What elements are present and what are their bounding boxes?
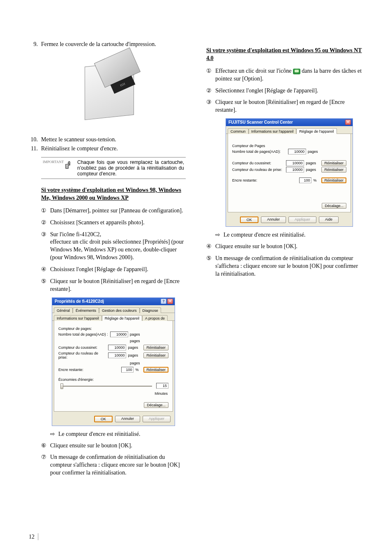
text-pre: Effectuez un clic droit sur l'icône (215, 68, 293, 74)
ok-button[interactable]: OK (240, 216, 258, 223)
circled-marker: ④ (41, 266, 50, 274)
cancel-button[interactable]: Annuler (261, 216, 286, 223)
properties-dialog: Propriétés de fi-4120C2dj ? × Général Év… (52, 297, 175, 426)
circled-step-2: ② Sélectionnez l'onglet [Réglage de l'ap… (206, 87, 363, 95)
win98-steps: ① Dans [Démarrer], pointez sur [Panneau … (29, 207, 186, 293)
reset-pickroller-button[interactable]: Réinitialiser (143, 352, 168, 358)
offset-button[interactable]: Décalage... (144, 402, 168, 408)
circled-marker: ④ (206, 243, 215, 251)
total-pages-value: 10000 (288, 149, 306, 154)
tab-device-settings[interactable]: Réglage de l'appareil (296, 128, 337, 134)
circled-text: Choisissez [Scanners et appareils photo]… (50, 219, 186, 227)
close-window-button[interactable]: × (167, 299, 173, 304)
tab-row-1: Général Événements Gestion des couleurs … (52, 305, 175, 313)
reset-pad-button[interactable]: Réinitialiser (321, 160, 346, 166)
circled-step-1: ① Effectuez un clic droit sur l'icône da… (206, 67, 363, 83)
dialog-bottom-buttons: OK Annuler Appliquer Aide (226, 214, 353, 226)
step-text: Mettez le scanneur sous-tension. (41, 136, 186, 143)
circled-step-7: ⑦ Un message de confirmation de réinitia… (41, 454, 186, 477)
pickroller-value: 10000 (286, 167, 304, 173)
unit-label: pages (306, 168, 320, 172)
reset-pickroller-button[interactable]: Réinitialiser (321, 167, 346, 173)
ordered-steps-continued: 10. Mettez le scanneur sous-tension. 11.… (29, 136, 186, 152)
circled-step-5: ⑤ Un message de confirmation de réinitia… (206, 255, 363, 278)
win98-steps-continued: ⑥ Cliquez ensuite sur le bouton [OK]. ⑦ … (29, 442, 186, 477)
row-label: Compteur du rouleau de prise: (232, 168, 284, 172)
circled-text: Cliquez sur le bouton [Réinitialiser] en… (215, 99, 363, 114)
scanner-illustration: IIII (29, 52, 186, 130)
energy-value: 15 (156, 383, 168, 389)
row-label: Compteur du coussinet: (58, 345, 106, 350)
energy-group-label: Économies d'énergie: (58, 378, 168, 382)
pad-counter-row: Compteur du coussinet: 10000 pages Réini… (58, 345, 168, 350)
tab-common[interactable]: Commun (228, 128, 249, 134)
control-center-dialog-screenshot: FUJITSU Scanner Control Center × Commun … (215, 118, 363, 227)
unit-label: pages (128, 353, 142, 357)
titlebar: Propriétés de fi-4120C2dj ? × (52, 298, 175, 305)
ink-value: 100 (121, 367, 134, 373)
step-number: 10. (29, 136, 41, 143)
help-window-button[interactable]: ? (161, 299, 166, 304)
unit-label: % (135, 368, 142, 372)
tab-device-info[interactable]: Informations sur l'appareil (249, 128, 297, 134)
circled-marker: ⑤ (206, 255, 215, 278)
circled-text: Effectuez un clic droit sur l'icône dans… (215, 67, 363, 83)
row-label: Compteur du coussinet: (232, 161, 284, 165)
row-label: Compteur du rouleau de prise: (58, 351, 106, 359)
page-number-separator: │ (36, 534, 40, 540)
circled-step-1: ① Dans [Démarrer], pointez sur [Panneau … (41, 207, 186, 215)
unit-label: pages (128, 345, 142, 350)
result-arrow-icon: ⇨ (215, 232, 224, 239)
circled-text: Cliquez ensuite sur le bouton [OK]. (50, 442, 186, 450)
circled-step-6: ⑥ Cliquez ensuite sur le bouton [OK]. (41, 442, 186, 450)
apply-button: Appliquer (288, 216, 316, 223)
tab-about[interactable]: A propos de (142, 315, 168, 321)
circled-marker: ① (206, 67, 215, 83)
circled-step-3: ③ Sur l'icône fi-4120C2, effectuez un cl… (41, 231, 186, 262)
tab-device-settings[interactable]: Réglage de l'appareil (102, 315, 142, 321)
pages-counter-group-label: Compteur de pages: (58, 327, 168, 331)
slider-unit: Minutes (58, 391, 168, 396)
cancel-button[interactable]: Annuler (115, 416, 140, 422)
offset-button[interactable]: Décalage... (322, 203, 346, 209)
step-text: Fermez le couvercle de la cartouche d'im… (41, 41, 186, 48)
unit-label: pages (306, 161, 320, 165)
properties-dialog-screenshot: Propriétés de fi-4120C2dj ? × Général Év… (41, 297, 186, 426)
tab-panel: Compteur de Pages Nombre total de pages(… (228, 134, 351, 212)
tab-diagnose[interactable]: Diagnose (140, 307, 161, 313)
unit-label: pages (130, 339, 144, 343)
pad-value: 10000 (108, 345, 126, 350)
dialog-bottom-buttons: OK Annuler Appliquer (52, 413, 175, 426)
row-label: Encre restante: (232, 178, 297, 182)
circled-text: Dans [Démarrer], pointez sur [Panneau de… (50, 207, 186, 215)
row-label: Nombre total de pages(AAD) : (58, 332, 108, 336)
tab-color-mgmt[interactable]: Gestion des couleurs (99, 307, 140, 313)
reset-ink-button[interactable]: Réinitialiser (143, 367, 168, 373)
circled-text: Un message de confirmation de réinitiali… (215, 255, 363, 278)
circled-marker: ② (41, 219, 50, 227)
ink-remaining-row: Encre restante: 100 % Réinitialiser (58, 367, 168, 373)
tab-device-info[interactable]: Informations sur l'appareil (54, 315, 102, 321)
circled-marker: ③ (206, 99, 215, 114)
circled-step-4: ④ Cliquez ensuite sur le bouton [OK]. (206, 243, 363, 251)
win95-steps-continued: ④ Cliquez ensuite sur le bouton [OK]. ⑤ … (206, 243, 363, 278)
page-number-value: 12 (29, 534, 35, 540)
unit-label: pages (130, 361, 144, 365)
tray-scanner-icon (293, 69, 300, 74)
ok-button[interactable]: OK (94, 416, 113, 422)
help-button[interactable]: Aide (319, 216, 339, 223)
tab-row-2: Informations sur l'appareil Réglage de l… (52, 313, 175, 321)
circled-marker: ⑥ (41, 442, 50, 450)
circled-step-3: ③ Cliquez sur le bouton [Réinitialiser] … (206, 99, 363, 114)
tab-general[interactable]: Général (54, 307, 73, 313)
circled-marker: ① (41, 207, 50, 215)
energy-slider[interactable]: 15 (58, 382, 168, 390)
empty-row: pages (58, 338, 168, 344)
os-heading-win98: Si votre système d'exploitation est Wind… (41, 187, 186, 202)
tab-events[interactable]: Événements (73, 307, 99, 313)
circled-text: Un message de confirmation de réinitiali… (50, 454, 186, 477)
reset-ink-button[interactable]: Réinitialiser (321, 177, 346, 183)
tab-panel: Compteur de pages: Nombre total de pages… (54, 321, 173, 412)
close-window-button[interactable]: × (345, 120, 351, 125)
reset-pad-button[interactable]: Réinitialiser (143, 345, 168, 350)
